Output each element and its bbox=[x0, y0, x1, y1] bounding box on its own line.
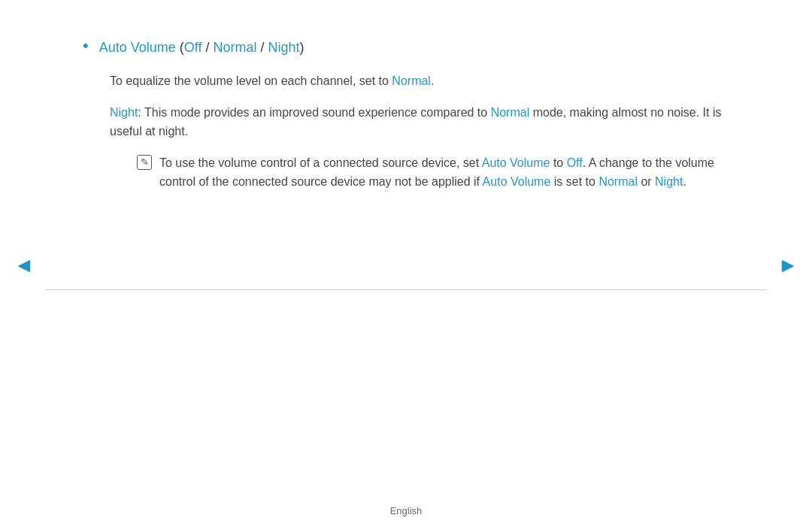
bullet-heading: Auto Volume (Off / Normal / Night) bbox=[99, 38, 304, 58]
nav-arrow-left[interactable]: ◄ bbox=[14, 253, 35, 277]
night-link-heading[interactable]: Night bbox=[268, 40, 300, 55]
note-auto-volume-link[interactable]: Auto Volume bbox=[482, 156, 550, 169]
para1-after: . bbox=[431, 74, 434, 87]
note-icon: ✎ bbox=[137, 155, 152, 170]
note-text: To use the volume control of a connected… bbox=[159, 153, 729, 192]
note-block: ✎ To use the volume control of a connect… bbox=[137, 153, 729, 192]
night-link-para2[interactable]: Night bbox=[110, 106, 138, 119]
note-after1: to bbox=[550, 156, 566, 169]
off-link[interactable]: Off bbox=[184, 40, 202, 55]
heading-slash1: / bbox=[201, 40, 213, 55]
normal-link-heading[interactable]: Normal bbox=[213, 40, 256, 55]
note-after4: or bbox=[638, 175, 655, 188]
page-container: ◄ ► • Auto Volume (Off / Normal / Night)… bbox=[0, 0, 812, 530]
para1-normal-link[interactable]: Normal bbox=[392, 74, 431, 87]
note-night-link[interactable]: Night bbox=[655, 175, 683, 188]
content-area: • Auto Volume (Off / Normal / Night) To … bbox=[83, 23, 729, 192]
normal-link-para2[interactable]: Normal bbox=[491, 106, 530, 119]
para2: Night: This mode provides an improved so… bbox=[110, 103, 729, 141]
heading-slash2: / bbox=[257, 40, 268, 55]
heading-paren-open: ( bbox=[176, 40, 184, 55]
divider-line bbox=[45, 289, 767, 290]
note-normal-link[interactable]: Normal bbox=[598, 175, 638, 188]
note-before1: To use the volume control of a connected… bbox=[159, 156, 482, 169]
note-after3: is set to bbox=[550, 175, 598, 188]
para2-after1: : This mode provides an improved sound e… bbox=[138, 106, 490, 119]
bullet-item-auto-volume: • Auto Volume (Off / Normal / Night) bbox=[83, 38, 729, 58]
bullet-dot: • bbox=[83, 36, 89, 56]
note-auto-volume2-link[interactable]: Auto Volume bbox=[483, 175, 551, 188]
footer-language: English bbox=[390, 505, 423, 516]
heading-paren-close: ) bbox=[300, 40, 304, 55]
note-off-link[interactable]: Off bbox=[567, 156, 583, 169]
description-block: To equalize the volume level on each cha… bbox=[110, 71, 729, 192]
auto-volume-link[interactable]: Auto Volume bbox=[99, 40, 176, 55]
nav-arrow-right[interactable]: ► bbox=[777, 253, 798, 277]
para1: To equalize the volume level on each cha… bbox=[110, 71, 729, 91]
note-after5: . bbox=[683, 175, 686, 188]
para1-before: To equalize the volume level on each cha… bbox=[110, 74, 392, 87]
